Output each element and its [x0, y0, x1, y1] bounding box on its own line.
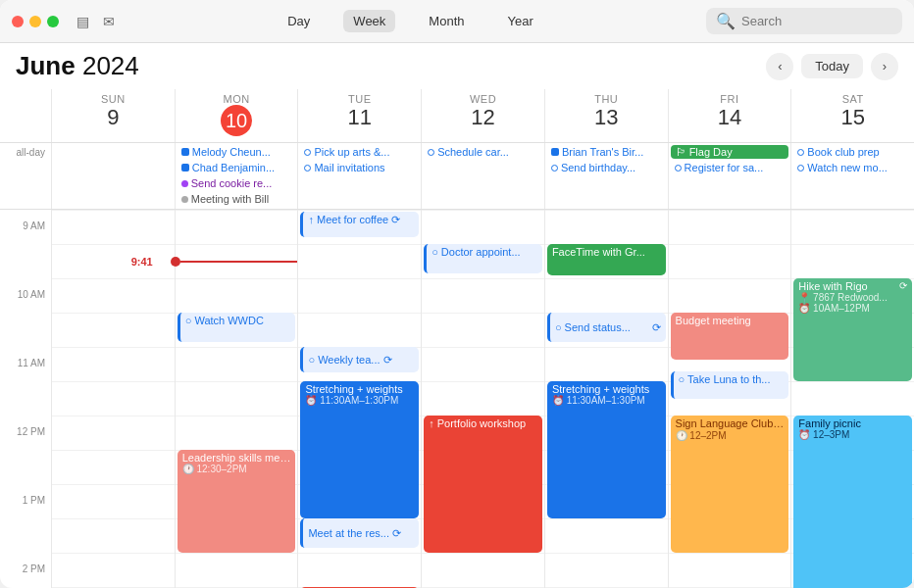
event-time: ⏰ 11:30AM–1:30PM	[305, 395, 414, 406]
today-button[interactable]: Today	[801, 54, 863, 78]
event-title: ○ Watch WWDC	[185, 315, 291, 326]
time-2pm: 2 PM	[23, 564, 45, 574]
close-button[interactable]	[12, 16, 24, 27]
allday-cell-sat: Book club prep Watch new mo...	[790, 143, 914, 209]
dow-sun: SUN	[52, 93, 175, 105]
time-1pm: 1 PM	[23, 495, 45, 506]
dow-wed: WED	[422, 93, 544, 105]
time-column: 9 AM 10 AM 11 AM 12 PM 1 PM 2 PM 3 PM 4 …	[0, 210, 51, 588]
dom-sat: 15	[791, 105, 914, 130]
day-col-thu: FaceTime with Gr... ○ Send status... ⟳ S…	[544, 210, 668, 588]
calendar-header: June 2024 ‹ Today ›	[0, 43, 914, 89]
traffic-lights	[12, 16, 59, 27]
day-col-sat: Hike with Rigo ⟳ 📍 7867 Redwood... ⏰ 10A…	[790, 210, 914, 588]
header-nav: ‹ Today ›	[766, 53, 898, 80]
event-stretching-tue[interactable]: Stretching + weights ⏰ 11:30AM–1:30PM	[300, 381, 419, 518]
prev-button[interactable]: ‹	[766, 53, 793, 80]
sidebar-icon[interactable]: ▤	[76, 14, 89, 29]
time-11am: 11 AM	[18, 358, 45, 368]
event-title-row: Hike with Rigo ⟳	[798, 280, 907, 292]
day-header-wed: WED 12	[421, 89, 544, 142]
day-col-fri: Budget meeting ○ Take Luna to th... Sign…	[668, 210, 791, 588]
event-budget[interactable]: Budget meeting	[671, 313, 789, 360]
fullscreen-button[interactable]	[47, 16, 59, 27]
event-meet-res[interactable]: Meet at the res... ⟳	[300, 518, 419, 548]
dow-fri: FRI	[669, 93, 791, 105]
allday-cell-mon: Melody Cheun... Chad Benjamin... Send co…	[175, 143, 298, 209]
event-family-picnic[interactable]: Family picnic ⏰ 12–3PM	[793, 416, 912, 588]
dow-tue: TUE	[298, 93, 421, 105]
current-time-indicator: 9:41	[176, 257, 298, 267]
event-watch-wwdc[interactable]: ○ Watch WWDC	[178, 313, 296, 342]
allday-event-bookclub[interactable]: Book club prep	[793, 145, 912, 159]
calendar-body: SUN 9 MON 10 TUE 11 WED 12 THU 13	[0, 89, 914, 588]
dow-thu: THU	[545, 93, 668, 105]
day-col-tue: ↑ Meet for coffee ⟳ ○ Weekly tea... ⟳ St…	[297, 210, 421, 588]
event-doctor[interactable]: ○ Doctor appoint...	[424, 244, 542, 273]
day-col-mon: 9:41 ○ Watch WWDC Leadership skills meet…	[175, 210, 298, 588]
toolbar-icons: ▤ ✉	[76, 14, 115, 29]
time-9am: 9 AM	[23, 220, 45, 231]
event-title: Sign Language Club ⟳	[676, 417, 785, 430]
event-time: ⏰ 12–3PM	[798, 429, 907, 440]
event-time: ⏰ 10AM–12PM	[798, 303, 907, 314]
dom-wed: 12	[422, 105, 544, 130]
time-12pm: 12 PM	[17, 426, 45, 437]
event-luna[interactable]: ○ Take Luna to th...	[671, 371, 789, 399]
month-view-button[interactable]: Month	[419, 10, 474, 32]
week-view-button[interactable]: Week	[343, 10, 395, 32]
event-time: 🕐 12:30–2PM	[182, 464, 291, 474]
event-sign-lang[interactable]: Sign Language Club ⟳ 🕐 12–2PM	[671, 416, 789, 553]
event-facetime[interactable]: FaceTime with Gr...	[547, 244, 666, 275]
event-time: ⏰ 11:30AM–1:30PM	[552, 395, 661, 406]
dow-sat: SAT	[791, 93, 914, 105]
event-title: ↑ Portfolio workshop	[429, 417, 537, 429]
current-time-label: 9:41	[128, 255, 156, 269]
allday-cell-wed: Schedule car...	[421, 143, 544, 209]
allday-event-melody[interactable]: Melody Cheun...	[178, 145, 296, 159]
event-title: Hike with Rigo	[798, 280, 867, 292]
allday-event-birthday[interactable]: Send birthday...	[547, 161, 666, 174]
dom-mon: 10	[221, 105, 252, 136]
event-hike[interactable]: Hike with Rigo ⟳ 📍 7867 Redwood... ⏰ 10A…	[793, 278, 912, 381]
event-leadership[interactable]: Leadership skills meeting 🕐 12:30–2PM	[178, 450, 296, 553]
allday-event-register[interactable]: Register for sa...	[671, 161, 789, 174]
event-send-status[interactable]: ○ Send status... ⟳	[547, 313, 666, 342]
allday-event-cookie[interactable]: Send cookie re...	[178, 176, 296, 190]
allday-event-mail[interactable]: Mail invitations	[300, 161, 419, 174]
day-headers: SUN 9 MON 10 TUE 11 WED 12 THU 13	[0, 89, 914, 143]
allday-event-flagday[interactable]: 🏳 Flag Day	[671, 145, 789, 159]
event-stretching-thu[interactable]: Stretching + weights ⏰ 11:30AM–1:30PM	[547, 381, 666, 518]
calendar-window: ▤ ✉ Day Week Month Year 🔍 June 2024 ‹ To…	[0, 0, 914, 588]
event-title: Meet at the res... ⟳	[308, 527, 401, 540]
day-header-sun: SUN 9	[51, 89, 175, 142]
search-input[interactable]	[741, 14, 889, 28]
current-time-dot	[171, 257, 180, 267]
event-portfolio[interactable]: ↑ Portfolio workshop	[424, 416, 542, 553]
day-header-tue: TUE 11	[297, 89, 421, 142]
event-title: Stretching + weights	[552, 383, 661, 395]
allday-event-watchnew[interactable]: Watch new mo...	[793, 161, 912, 174]
time-10am: 10 AM	[18, 289, 45, 300]
next-button[interactable]: ›	[871, 53, 898, 80]
search-icon: 🔍	[716, 12, 736, 30]
allday-event-schedule[interactable]: Schedule car...	[424, 145, 542, 159]
year-view-button[interactable]: Year	[497, 10, 542, 32]
event-meet-coffee[interactable]: ↑ Meet for coffee ⟳	[300, 212, 419, 237]
event-title: ○ Take Luna to th...	[679, 373, 785, 385]
event-title: FaceTime with Gr...	[552, 246, 661, 258]
allday-event-pickup[interactable]: Pick up arts &...	[300, 145, 419, 159]
day-header-fri: FRI 14	[668, 89, 791, 142]
minimize-button[interactable]	[29, 16, 41, 27]
dom-thu: 13	[545, 105, 668, 130]
day-col-sun	[51, 210, 175, 588]
allday-event-brian[interactable]: Brian Tran's Bir...	[547, 145, 666, 159]
inbox-icon[interactable]: ✉	[103, 14, 115, 29]
allday-event-chad[interactable]: Chad Benjamin...	[178, 161, 296, 174]
event-weekly-tea[interactable]: ○ Weekly tea... ⟳	[300, 347, 419, 372]
day-header-thu: THU 13	[544, 89, 668, 142]
event-title: Budget meeting	[676, 315, 785, 326]
allday-event-bill[interactable]: Meeting with Bill	[178, 192, 296, 206]
day-view-button[interactable]: Day	[278, 10, 320, 32]
search-bar[interactable]: 🔍	[706, 8, 902, 34]
